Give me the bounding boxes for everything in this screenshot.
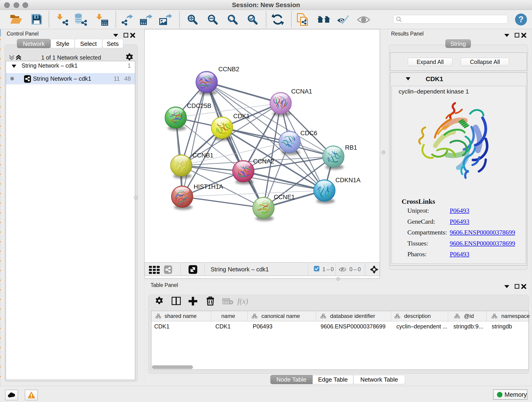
svg-text:CDKN1A: CDKN1A — [336, 177, 361, 184]
svg-text:CCNE1: CCNE1 — [274, 194, 295, 201]
svg-text:CCNB2: CCNB2 — [218, 66, 239, 73]
svg-text:HIST1H1A: HIST1H1A — [194, 183, 223, 190]
svg-text:CCNA1: CCNA1 — [291, 88, 312, 95]
svg-text:CDC6: CDC6 — [300, 130, 317, 137]
svg-text:CCNA2: CCNA2 — [253, 158, 274, 165]
svg-text:CDC25B: CDC25B — [187, 102, 211, 109]
svg-text:CDK1: CDK1 — [233, 113, 250, 120]
svg-text:RB1: RB1 — [345, 144, 357, 151]
svg-text:CCNB1: CCNB1 — [192, 152, 214, 159]
